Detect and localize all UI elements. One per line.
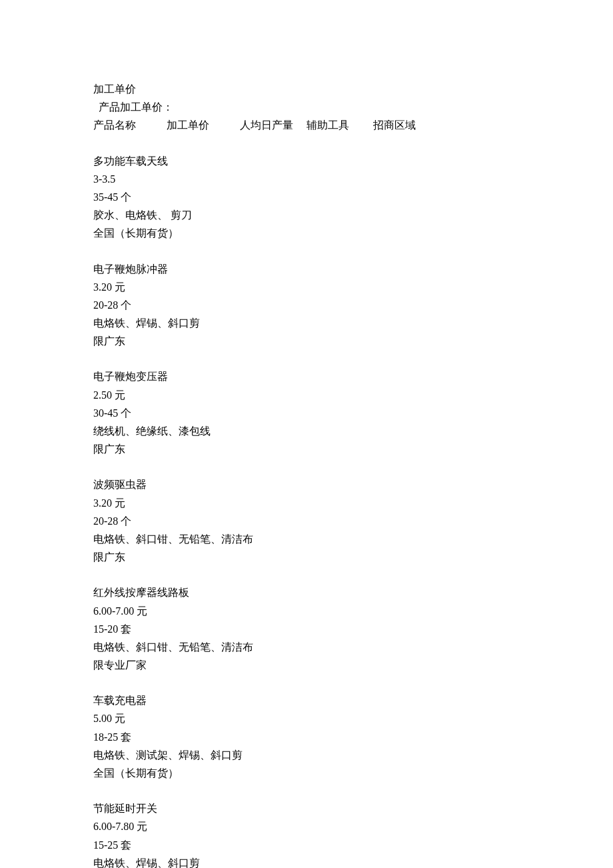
product-price: 6.00-7.00 元	[93, 602, 613, 620]
product-price: 5.00 元	[93, 709, 613, 727]
product-tools: 胶水、电烙铁、 剪刀	[93, 206, 613, 224]
product-region: 限广东	[93, 440, 613, 458]
product-region: 限广东	[93, 332, 613, 350]
product-block: 电子鞭炮变压器 2.50 元 30-45 个 绕线机、绝缘纸、漆包线 限广东	[93, 367, 613, 458]
product-block: 多功能车载天线 3-3.5 35-45 个 胶水、电烙铁、 剪刀 全国（长期有货…	[93, 152, 613, 243]
product-block: 红外线按摩器线路板 6.00-7.00 元 15-20 套 电烙铁、斜口钳、无铅…	[93, 583, 613, 674]
product-tools: 电烙铁、焊锡、斜口剪	[93, 854, 613, 868]
product-tools: 电烙铁、测试架、焊锡、斜口剪	[93, 746, 613, 764]
product-output: 20-28 个	[93, 512, 613, 530]
header-row: 产品名称 加工单价 人均日产量 辅助工具 招商区域	[93, 116, 613, 134]
header-tools: 辅助工具	[306, 116, 370, 134]
page-title: 加工单价	[93, 80, 613, 98]
product-block: 节能延时开关 6.00-7.80 元 15-25 套 电烙铁、焊锡、斜口剪	[93, 799, 613, 868]
product-region: 限广东	[93, 548, 613, 566]
product-price: 3.20 元	[93, 278, 613, 296]
product-tools: 电烙铁、焊锡、斜口剪	[93, 314, 613, 332]
product-name: 车载充电器	[93, 691, 613, 709]
product-name: 节能延时开关	[93, 799, 613, 817]
product-output: 18-25 套	[93, 728, 613, 746]
product-name: 多功能车载天线	[93, 152, 613, 170]
product-region: 限专业厂家	[93, 656, 613, 674]
product-region: 全国（长期有货）	[93, 224, 613, 242]
product-tools: 绕线机、绝缘纸、漆包线	[93, 422, 613, 440]
product-name: 波频驱虫器	[93, 475, 613, 493]
product-output: 15-25 套	[93, 836, 613, 854]
header-name: 产品名称	[93, 116, 164, 134]
product-price: 2.50 元	[93, 386, 613, 404]
product-output: 30-45 个	[93, 404, 613, 422]
header-price: 加工单价	[167, 116, 237, 134]
product-name: 红外线按摩器线路板	[93, 583, 613, 601]
product-price: 3.20 元	[93, 494, 613, 512]
product-output: 20-28 个	[93, 296, 613, 314]
product-name: 电子鞭炮变压器	[93, 367, 613, 385]
product-tools: 电烙铁、斜口钳、无铅笔、清洁布	[93, 638, 613, 656]
product-price: 3-3.5	[93, 170, 613, 188]
subtitle: 产品加工单价：	[99, 98, 613, 116]
product-name: 电子鞭炮脉冲器	[93, 260, 613, 278]
product-price: 6.00-7.80 元	[93, 817, 613, 835]
product-output: 35-45 个	[93, 188, 613, 206]
header-output: 人均日产量	[240, 116, 304, 134]
header-region: 招商区域	[373, 116, 416, 134]
product-block: 电子鞭炮脉冲器 3.20 元 20-28 个 电烙铁、焊锡、斜口剪 限广东	[93, 260, 613, 351]
product-block: 波频驱虫器 3.20 元 20-28 个 电烙铁、斜口钳、无铅笔、清洁布 限广东	[93, 475, 613, 566]
product-region: 全国（长期有货）	[93, 764, 613, 782]
product-output: 15-20 套	[93, 620, 613, 638]
product-tools: 电烙铁、斜口钳、无铅笔、清洁布	[93, 530, 613, 548]
product-block: 车载充电器 5.00 元 18-25 套 电烙铁、测试架、焊锡、斜口剪 全国（长…	[93, 691, 613, 782]
